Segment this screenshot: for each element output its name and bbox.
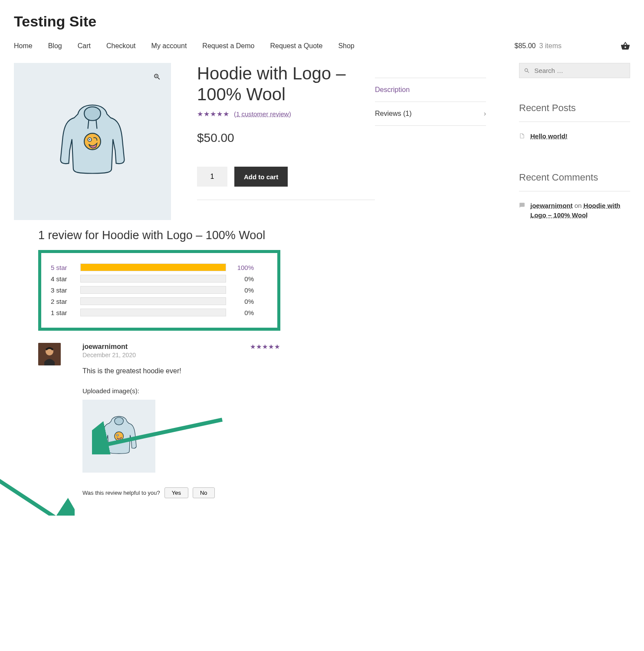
helpful-no-button[interactable]: No — [193, 487, 215, 498]
product-title: Hoodie with Logo – 100% Wool — [197, 63, 375, 105]
reviewer-avatar — [38, 343, 61, 365]
svg-line-9 — [0, 476, 62, 516]
helpful-yes-button[interactable]: Yes — [164, 487, 188, 498]
nav-blog[interactable]: Blog — [48, 42, 62, 50]
hoodie-illustration — [47, 96, 138, 187]
review-count-link[interactable]: (1 customer review) — [234, 110, 291, 118]
histogram-row-3[interactable]: 3 star 0% — [51, 286, 254, 294]
product-image[interactable] — [14, 63, 171, 220]
document-icon — [519, 133, 525, 139]
annotation-arrow-icon — [92, 415, 231, 454]
nav-checkout[interactable]: Checkout — [106, 42, 136, 50]
header-row: Home Blog Cart Checkout My account Reque… — [14, 33, 630, 63]
nav-shop[interactable]: Shop — [338, 42, 354, 50]
tab-description[interactable]: Description — [375, 78, 486, 102]
histogram-row-2[interactable]: 2 star 0% — [51, 297, 254, 305]
annotation-arrow-icon — [0, 472, 75, 516]
add-to-cart-button[interactable]: Add to cart — [234, 167, 288, 187]
product-price: $50.00 — [197, 131, 375, 145]
cart-amount: $85.00 — [514, 42, 536, 50]
tab-description-label: Description — [375, 86, 410, 94]
reviews-heading: 1 review for Hoodie with Logo – 100% Woo… — [38, 229, 280, 242]
basket-icon — [621, 41, 630, 51]
quantity-input[interactable] — [197, 167, 227, 187]
svg-line-8 — [101, 420, 222, 446]
rating-histogram: 5 star 100% 4 star 0% 3 star 0% — [38, 250, 280, 331]
tab-reviews[interactable]: Reviews (1) › — [375, 102, 486, 126]
histogram-row-5[interactable]: 5 star 100% — [51, 263, 254, 271]
svg-point-2 — [89, 139, 90, 140]
site-title[interactable]: Testing Site — [14, 0, 630, 33]
recent-comments-heading: Recent Comments — [519, 172, 630, 183]
nav-cart[interactable]: Cart — [78, 42, 91, 50]
recent-post-item[interactable]: Hello world! — [519, 132, 630, 141]
nav-my-account[interactable]: My account — [151, 42, 187, 50]
nav-home[interactable]: Home — [14, 42, 33, 50]
uploaded-images-label: Uploaded image(s): — [82, 387, 280, 395]
search-box[interactable] — [519, 63, 630, 78]
review-text: This is the greatest hoodie ever! — [82, 367, 280, 375]
header-cart[interactable]: $85.00 3 items — [514, 41, 630, 51]
recent-posts-heading: Recent Posts — [519, 102, 630, 114]
primary-nav: Home Blog Cart Checkout My account Reque… — [14, 42, 355, 50]
comment-icon — [519, 202, 525, 208]
histogram-row-1[interactable]: 1 star 0% — [51, 309, 254, 316]
tab-reviews-label: Reviews (1) — [375, 110, 411, 118]
recent-comment-item[interactable]: joewarnimont on Hoodie with Logo – 100% … — [519, 201, 630, 220]
nav-request-demo[interactable]: Request a Demo — [202, 42, 254, 50]
helpful-question: Was this review helpful to you? — [82, 490, 160, 496]
star-rating: ★★★★★ — [197, 110, 230, 118]
review-date: December 21, 2020 — [82, 352, 136, 358]
review-star-rating: ★★★★★ — [250, 343, 280, 351]
nav-request-quote[interactable]: Request a Quote — [270, 42, 322, 50]
reviewer-name: joewarnimont — [82, 343, 136, 351]
histogram-row-4[interactable]: 4 star 0% — [51, 275, 254, 283]
cart-items-count: 3 items — [539, 42, 562, 50]
chevron-right-icon: › — [484, 110, 486, 118]
search-input[interactable] — [534, 67, 625, 74]
helpful-row: Was this review helpful to you? Yes No — [82, 487, 280, 498]
magnify-icon[interactable] — [151, 71, 163, 83]
search-icon — [524, 67, 530, 74]
